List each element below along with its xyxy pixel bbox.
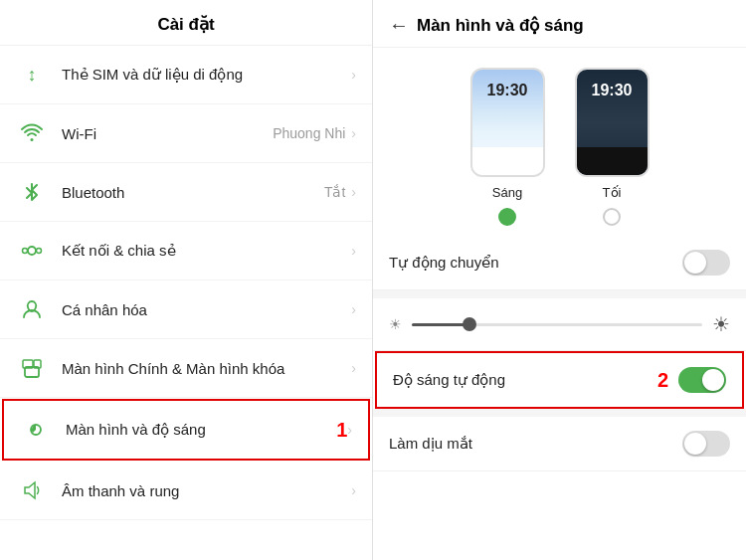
sound-icon xyxy=(16,474,48,506)
svg-marker-10 xyxy=(25,482,35,498)
settings-item-connect[interactable]: Kết nối & chia sẻ › xyxy=(0,222,372,280)
auto-switch-row: Tự động chuyển xyxy=(373,236,746,290)
bluetooth-chevron: › xyxy=(351,184,356,200)
dark-theme-label: Tối xyxy=(603,185,622,200)
left-panel-title: Cài đặt xyxy=(0,0,372,46)
smooth-label: Làm dịu mắt xyxy=(389,435,682,453)
sound-chevron: › xyxy=(351,482,356,498)
auto-brightness-row: Độ sáng tự động 2 xyxy=(375,351,744,409)
settings-item-wifi[interactable]: Wi-Fi Phuong Nhi › xyxy=(0,104,372,163)
auto-brightness-toggle[interactable] xyxy=(678,367,726,393)
auto-brightness-badge: 2 xyxy=(657,369,668,392)
auto-switch-knob xyxy=(684,252,706,274)
bluetooth-icon xyxy=(16,176,48,208)
right-header: ← Màn hình và độ sáng xyxy=(373,0,746,48)
light-theme-radio[interactable] xyxy=(498,208,516,226)
display-chevron: › xyxy=(347,422,352,438)
wifi-chevron: › xyxy=(351,125,356,141)
light-theme-label: Sáng xyxy=(492,185,522,200)
theme-item-light[interactable]: 19:30 Sáng xyxy=(470,68,545,226)
personal-icon xyxy=(16,293,48,325)
smooth-toggle[interactable] xyxy=(682,431,730,457)
display-icon xyxy=(20,414,52,446)
auto-brightness-knob xyxy=(702,369,724,391)
dark-phone-time: 19:30 xyxy=(577,70,648,99)
display-badge: 1 xyxy=(336,419,347,442)
connect-label: Kết nối & chia sẻ xyxy=(62,242,351,260)
settings-item-screenlock[interactable]: Màn hình Chính & Màn hình khóa › xyxy=(0,339,372,398)
dark-theme-radio[interactable] xyxy=(603,208,621,226)
settings-item-sim[interactable]: ↕ Thẻ SIM và dữ liệu di động › xyxy=(0,46,372,104)
right-content: 19:30 Sáng 19:30 Tối Tự động chuyển xyxy=(373,48,746,560)
screenlock-icon xyxy=(16,352,48,384)
settings-item-bluetooth[interactable]: Bluetooth Tắt › xyxy=(0,163,372,222)
theme-item-dark[interactable]: 19:30 Tối xyxy=(575,68,650,226)
settings-item-personal[interactable]: Cá nhân hóa › xyxy=(0,280,372,339)
svg-point-3 xyxy=(37,249,42,254)
dark-phone-mockup: 19:30 xyxy=(575,68,650,177)
settings-item-sound[interactable]: Âm thanh và rung › xyxy=(0,462,372,520)
display-label: Màn hình và độ sáng xyxy=(66,421,328,439)
smooth-row: Làm dịu mắt xyxy=(373,417,746,471)
divider-1 xyxy=(373,290,746,298)
bluetooth-value: Tắt xyxy=(324,184,345,200)
light-phone-bar xyxy=(472,147,543,175)
auto-switch-label: Tự động chuyển xyxy=(389,254,682,272)
theme-selector: 19:30 Sáng 19:30 Tối xyxy=(373,48,746,236)
sound-label: Âm thanh và rung xyxy=(62,482,351,499)
brightness-slider[interactable] xyxy=(412,323,702,326)
sim-label: Thẻ SIM và dữ liệu di động xyxy=(62,66,351,84)
light-phone-mockup: 19:30 xyxy=(470,68,545,177)
wifi-value: Phuong Nhi xyxy=(273,125,345,141)
wifi-label: Wi-Fi xyxy=(62,125,273,142)
wifi-icon xyxy=(16,117,48,149)
left-panel: Cài đặt ↕ Thẻ SIM và dữ liệu di động › xyxy=(0,0,373,560)
sim-chevron: › xyxy=(351,67,356,83)
right-panel-title: Màn hình và độ sáng xyxy=(417,15,584,36)
sim-icon: ↕ xyxy=(16,59,48,91)
brightness-fill xyxy=(412,323,469,326)
svg-point-1 xyxy=(28,247,36,255)
settings-list: ↕ Thẻ SIM và dữ liệu di động › Wi-Fi Phu… xyxy=(0,46,372,560)
brightness-slider-row: ☀ ☀ xyxy=(373,298,746,351)
personal-chevron: › xyxy=(351,301,356,317)
personal-label: Cá nhân hóa xyxy=(62,301,351,318)
svg-point-2 xyxy=(23,249,28,254)
auto-switch-toggle[interactable] xyxy=(682,250,730,276)
svg-text:↕: ↕ xyxy=(28,65,37,85)
smooth-knob xyxy=(684,433,706,455)
right-panel: ← Màn hình và độ sáng 19:30 Sáng 19:30 T xyxy=(373,0,746,560)
screenlock-label: Màn hình Chính & Màn hình khóa xyxy=(62,360,351,377)
light-phone-time: 19:30 xyxy=(472,70,543,99)
divider-2 xyxy=(373,409,746,417)
brightness-low-icon: ☀ xyxy=(389,316,402,332)
connect-chevron: › xyxy=(351,243,356,259)
auto-brightness-label: Độ sáng tự động xyxy=(393,371,648,389)
settings-item-display[interactable]: Màn hình và độ sáng 1 › xyxy=(2,399,370,461)
dark-phone-bar xyxy=(577,147,648,175)
connect-icon xyxy=(16,235,48,267)
brightness-high-icon: ☀ xyxy=(712,312,730,336)
screenlock-chevron: › xyxy=(351,360,356,376)
bluetooth-label: Bluetooth xyxy=(62,184,324,201)
slider-thumb[interactable] xyxy=(463,317,476,331)
back-button[interactable]: ← xyxy=(389,14,409,37)
